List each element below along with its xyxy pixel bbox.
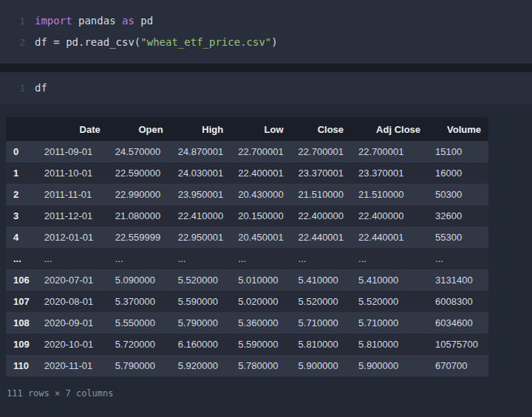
table-cell: 15100 — [428, 141, 488, 162]
table-cell: 5.370000 — [108, 291, 171, 312]
table-cell: 21.510000 — [291, 184, 351, 205]
table-cell: 22.400001 — [231, 162, 290, 184]
table-cell: 20.150000 — [231, 205, 290, 227]
table-header-row: DateOpenHighLowCloseAdj CloseVolume — [6, 117, 488, 141]
row-index: 110 — [6, 355, 37, 376]
code-token: ) — [271, 36, 277, 48]
column-header: Date — [37, 117, 108, 141]
table-cell: ... — [231, 248, 290, 269]
table-cell: 5.900000 — [351, 355, 428, 376]
table-cell: 2011-11-01 — [37, 184, 108, 205]
row-index: 0 — [6, 141, 37, 162]
table-cell: 23.370001 — [351, 162, 428, 184]
table-cell: 22.400000 — [351, 205, 428, 227]
table-cell: ... — [428, 248, 488, 269]
column-header: Low — [231, 117, 290, 141]
table-cell: 2020-07-01 — [37, 269, 108, 291]
code-line: 1 import pandas as pd — [0, 10, 532, 32]
table-cell: 2011-12-01 — [37, 205, 108, 227]
table-cell: 2020-08-01 — [37, 291, 108, 312]
table-cell: 23.950001 — [171, 184, 231, 205]
table-cell: 5.900000 — [291, 355, 351, 376]
table-cell: 5.790000 — [108, 355, 171, 376]
table-row: 22011-11-0122.99000023.95000120.43000021… — [6, 184, 488, 205]
table-cell: 5.710000 — [351, 312, 428, 334]
table-cell: 2020-10-01 — [37, 334, 108, 355]
row-index: 108 — [6, 312, 37, 334]
table-cell: 5.790000 — [171, 312, 231, 334]
table-cell: 22.700001 — [291, 141, 351, 162]
table-cell: 5.550000 — [108, 312, 171, 334]
table-cell: 22.950001 — [171, 227, 231, 248]
column-header: Close — [291, 117, 351, 141]
table-cell: 24.870001 — [171, 141, 231, 162]
table-row: 1062020-07-015.0900005.5200005.0100005.4… — [6, 269, 488, 291]
table-cell: 22.400000 — [291, 205, 351, 227]
table-row: 1072020-08-015.3700005.5900005.0200005.5… — [6, 291, 488, 312]
table-cell: 3131400 — [428, 269, 488, 291]
table-cell: 20.430000 — [231, 184, 290, 205]
code-text: df — [35, 77, 47, 99]
code-token: df — [35, 82, 47, 94]
table-cell: 6008300 — [428, 291, 488, 312]
line-number: 1 — [0, 10, 35, 32]
table-cell: 5.410000 — [291, 269, 351, 291]
table-cell: 5.520000 — [291, 291, 351, 312]
row-index: 1 — [6, 162, 37, 184]
table-row: 42012-01-0122.55999922.95000120.45000122… — [6, 227, 488, 248]
row-index: 106 — [6, 269, 37, 291]
table-cell: 21.080000 — [108, 205, 171, 227]
row-index: 4 — [6, 227, 37, 248]
table-cell: 2020-09-01 — [37, 312, 108, 334]
table-cell: ... — [291, 248, 351, 269]
table-row: 1102020-11-015.7900005.9200005.7800005.9… — [6, 355, 488, 376]
table-cell: 55300 — [428, 227, 488, 248]
table-cell: 5.410000 — [351, 269, 428, 291]
row-index: 107 — [6, 291, 37, 312]
line-number: 2 — [0, 32, 35, 53]
code-cell-2[interactable]: 1 df — [0, 72, 532, 104]
code-cell-1[interactable]: 1 import pandas as pd 2 df = pd.read_csv… — [0, 0, 532, 63]
code-token: pandas — [72, 15, 122, 27]
table-cell: 5.520000 — [171, 269, 231, 291]
table-cell: 32600 — [428, 205, 488, 227]
table-cell: 5.360000 — [231, 312, 290, 334]
table-cell: 5.520000 — [351, 291, 428, 312]
table-cell: 23.370001 — [291, 162, 351, 184]
dataframe-shape: 111 rows × 7 columns — [7, 388, 532, 399]
table-cell: 2011-10-01 — [37, 162, 108, 184]
line-number: 1 — [0, 77, 35, 99]
table-cell: 24.570000 — [108, 141, 171, 162]
table-cell: 5.710000 — [291, 312, 351, 334]
column-header: Adj Close — [351, 117, 428, 141]
table-head: DateOpenHighLowCloseAdj CloseVolume — [6, 117, 488, 141]
code-token: as — [122, 15, 134, 27]
code-line: 1 df — [0, 77, 532, 99]
column-header: High — [171, 117, 231, 141]
table-row: 02011-09-0124.57000024.87000122.70000122… — [6, 141, 488, 162]
table-cell: 20.450001 — [231, 227, 290, 248]
table-row: 1082020-09-015.5500005.7900005.3600005.7… — [6, 312, 488, 334]
table-cell: 22.990000 — [108, 184, 171, 205]
table-cell: 2012-01-01 — [37, 227, 108, 248]
table-cell: 2011-09-01 — [37, 141, 108, 162]
code-line: 2 df = pd.read_csv("wheat_etf_price.csv"… — [0, 32, 532, 53]
table-cell: 5.780000 — [231, 355, 290, 376]
table-cell: 22.590000 — [108, 162, 171, 184]
code-text: import pandas as pd — [35, 10, 153, 32]
table-cell: ... — [108, 248, 171, 269]
code-token: pd — [134, 15, 153, 27]
table-row: 32011-12-0121.08000022.41000020.15000022… — [6, 205, 488, 227]
table-cell: 22.410000 — [171, 205, 231, 227]
table-cell: 2020-11-01 — [37, 355, 108, 376]
output-area: DateOpenHighLowCloseAdj CloseVolume 0201… — [0, 104, 532, 417]
table-cell: ... — [351, 248, 428, 269]
index-header — [6, 117, 37, 141]
code-token: df = pd.read_csv( — [35, 36, 140, 48]
table-cell: ... — [37, 248, 108, 269]
table-cell: 5.590000 — [171, 291, 231, 312]
row-index: 3 — [6, 205, 37, 227]
table-row: 1092020-10-015.7200006.1600005.5900005.8… — [6, 334, 488, 355]
table-cell: 16000 — [428, 162, 488, 184]
table-cell: 5.020000 — [231, 291, 290, 312]
